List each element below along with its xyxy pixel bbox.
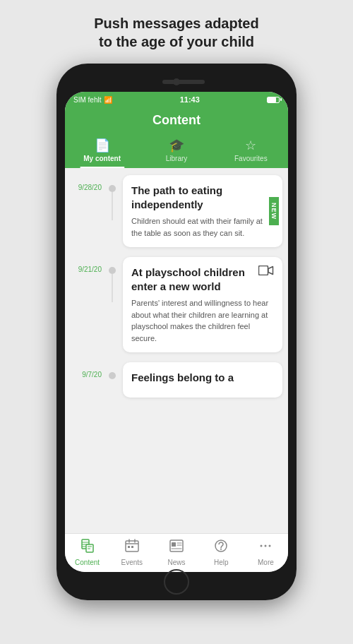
nav-content-icon [80,538,95,557]
battery-fill [268,97,276,102]
wifi-icon: 📶 [104,96,112,104]
video-icon [258,266,274,278]
nav-content-label: Content [75,559,100,566]
timeline-dot-3 [109,372,116,379]
timeline-line-3 [107,362,117,379]
svg-point-10 [265,545,267,547]
svg-point-11 [269,545,271,547]
nav-help-label: Help [214,559,229,566]
status-bar: SIM fehlt 📶 11:43 [65,92,288,107]
tab-library[interactable]: 🎓 Library [139,133,213,168]
phone-home-button[interactable] [164,569,189,595]
svg-point-8 [220,549,222,550]
nav-help[interactable]: Help [199,538,244,566]
svg-rect-7 [172,542,176,547]
tab-library-label: Library [166,155,188,162]
phone-screen: SIM fehlt 📶 11:43 Content 📄 My content [65,92,288,572]
timeline-date-3: 9/7/20 [71,362,102,378]
nav-help-icon [213,538,229,557]
nav-more-icon [258,538,273,557]
page-header: Push messages adaptedto the age of your … [94,14,258,51]
tab-favourites-label: Favourites [234,155,268,162]
content-area: 9/28/20 The path to eating independently… [65,168,288,533]
nav-events[interactable]: Events [109,538,154,566]
timeline-date-1: 9/28/20 [71,175,102,191]
timeline-item-2: 9/21/20 At playschool children enter a [71,257,282,352]
nav-events-label: Events [121,559,143,566]
phone-camera [173,78,180,85]
my-content-icon: 📄 [95,138,110,153]
app-header: Content 📄 My content 🎓 Library ☆ Favouri… [65,107,288,168]
favourites-icon: ☆ [245,138,256,153]
nav-more-label: More [258,559,274,566]
nav-more[interactable]: More [244,538,288,566]
card-title-2: At playschool children enter a new world [131,266,274,293]
status-time: 11:43 [180,95,200,104]
timeline-line-2 [107,257,117,302]
timeline-item-3: 9/7/20 Feelings belong to a [71,362,282,398]
timeline-date-2: 9/21/20 [71,257,102,273]
status-right [267,97,280,103]
bottom-nav: Content Events [65,533,288,572]
timeline-item-1: 9/28/20 The path to eating independently… [71,175,282,247]
card-body-2: Parents' interest and willingness to hea… [131,297,274,344]
nav-content[interactable]: Content [65,538,109,566]
phone-bottom-bar [65,572,288,592]
phone-device: SIM fehlt 📶 11:43 Content 📄 My content [56,64,297,600]
card-badge-new: NEW [269,197,279,225]
svg-rect-0 [259,266,268,275]
battery-icon [267,97,280,103]
card-title-1: The path to eating independently [131,184,274,211]
nav-events-icon [124,538,140,557]
timeline-dot-1 [109,185,116,192]
nav-news-label: News [168,559,186,566]
content-card-3[interactable]: Feelings belong to a [123,362,282,398]
status-left: SIM fehlt 📶 [73,96,112,104]
tab-my-content[interactable]: 📄 My content [65,133,139,168]
library-icon: 🎓 [169,138,184,153]
card-title-3: Feelings belong to a [131,371,274,385]
svg-rect-4 [128,546,130,548]
timeline-dot-2 [109,267,116,274]
svg-rect-5 [131,546,133,548]
content-card-1[interactable]: The path to eating independently Childre… [123,175,282,247]
timeline-line-seg-2 [112,274,113,302]
timeline-line-1 [107,175,117,220]
tab-bar: 📄 My content 🎓 Library ☆ Favourites [65,133,288,168]
phone-top-bar [65,72,288,92]
card-body-1: Children should eat with their family at… [131,215,274,239]
app-title: Content [65,113,288,128]
nav-news[interactable]: News [154,538,198,566]
nav-news-icon [169,538,184,557]
tab-favourites[interactable]: ☆ Favourites [214,133,288,168]
svg-point-9 [261,545,263,547]
content-card-2[interactable]: At playschool children enter a new world… [123,257,282,352]
timeline-line-seg-1 [112,192,113,220]
page-wrapper: Push messages adaptedto the age of your … [0,0,353,644]
sim-text: SIM fehlt [73,96,101,104]
tab-my-content-label: My content [83,155,121,162]
phone-speaker [162,80,205,84]
